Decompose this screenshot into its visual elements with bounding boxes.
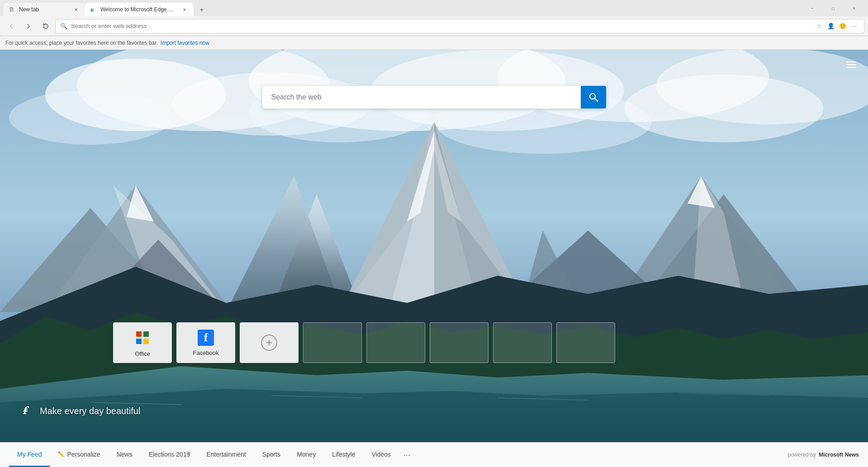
shortcut-office[interactable]: Office — [113, 322, 172, 363]
search-box — [262, 86, 606, 108]
tab-favicon: 🗋 — [9, 6, 15, 13]
menu-line-3 — [846, 67, 856, 68]
shortcut-office-label: Office — [135, 350, 150, 357]
powered-by-brand: Microsoft News — [819, 452, 859, 458]
address-bar[interactable]: 🔍 ☆ 👤 🙂 ··· — [55, 19, 864, 33]
favorites-icon[interactable]: ☆ — [814, 21, 824, 31]
tab-close-edge-button[interactable]: ✕ — [181, 6, 188, 13]
shortcut-empty-5[interactable] — [556, 322, 615, 363]
bottom-news-bar: My Feed ✏️ Personalize News Elections 20… — [0, 442, 868, 467]
new-tab-page: Office f Facebook + ᵮ Make every day bea… — [0, 50, 868, 467]
search-address-icon: 🔍 — [60, 23, 67, 29]
facebook-icon: f — [198, 330, 214, 346]
videos-label: Videos — [372, 451, 391, 458]
tab-favicon-edge: e — [90, 6, 97, 13]
svg-point-8 — [9, 90, 172, 145]
money-label: Money — [297, 451, 316, 458]
elections-label: Elections 2019 — [149, 451, 190, 458]
close-button[interactable]: × — [844, 0, 864, 16]
favorites-bar: For quick access, place your favorites h… — [0, 36, 868, 50]
svg-line-41 — [595, 99, 598, 101]
import-favorites-link[interactable]: Import favorites now — [161, 40, 209, 46]
personalize-label: Personalize — [67, 451, 100, 458]
shortcut-empty-1[interactable] — [303, 322, 362, 363]
more-nav-button[interactable]: ··· — [399, 450, 415, 460]
minimize-button[interactable]: − — [802, 0, 823, 16]
shortcut-empty-3[interactable] — [430, 322, 489, 363]
shortcut-facebook-label: Facebook — [193, 349, 218, 356]
powered-by-text: powered by — [788, 452, 816, 458]
search-container — [262, 86, 606, 108]
news-label: News — [117, 451, 133, 458]
nav-my-feed[interactable]: My Feed — [9, 443, 50, 467]
refresh-button[interactable] — [38, 19, 53, 34]
search-input[interactable] — [262, 87, 581, 108]
nav-elections-2019[interactable]: Elections 2019 — [141, 443, 199, 467]
lifestyle-label: Lifestyle — [332, 451, 355, 458]
svg-point-11 — [624, 75, 823, 142]
maximize-button[interactable]: □ — [823, 0, 844, 16]
sports-label: Sports — [262, 451, 280, 458]
shortcut-empty-4[interactable] — [493, 322, 552, 363]
shortcut-empty-2[interactable] — [366, 322, 425, 363]
powered-by: powered by Microsoft News — [788, 452, 859, 458]
nav-money[interactable]: Money — [289, 443, 324, 467]
bottom-branding: ᵮ Make every day beautiful — [23, 405, 140, 417]
browser-window: 🗋 New tab ✕ e Welcome to Microsoft Edge … — [0, 0, 868, 467]
shortcuts-area: Office f Facebook + — [113, 322, 615, 363]
personalize-icon: ✏️ — [58, 451, 65, 458]
svg-rect-45 — [143, 339, 149, 344]
more-settings-icon[interactable]: ··· — [849, 21, 859, 31]
bing-logo: ᵮ — [23, 405, 35, 417]
address-input[interactable] — [71, 23, 811, 29]
emoji-icon[interactable]: 🙂 — [838, 21, 848, 31]
nav-news[interactable]: News — [109, 443, 141, 467]
menu-line-1 — [846, 61, 856, 62]
add-shortcut-icon: + — [261, 335, 277, 351]
nav-personalize[interactable]: ✏️ Personalize — [50, 443, 108, 467]
nav-lifestyle[interactable]: Lifestyle — [324, 443, 363, 467]
svg-rect-44 — [136, 339, 142, 344]
window-controls: − □ × — [802, 0, 864, 16]
page-menu-button[interactable] — [844, 59, 859, 71]
nav-videos[interactable]: Videos — [364, 443, 399, 467]
menu-line-2 — [846, 64, 856, 65]
office-icon — [133, 329, 152, 347]
svg-rect-43 — [143, 331, 149, 337]
shortcut-add[interactable]: + — [240, 322, 299, 363]
back-button[interactable] — [4, 19, 19, 34]
tab-close-button[interactable]: ✕ — [72, 6, 80, 13]
nav-bar: 🔍 ☆ 👤 🙂 ··· — [0, 16, 868, 36]
nav-sports[interactable]: Sports — [254, 443, 289, 467]
my-feed-label: My Feed — [17, 451, 42, 458]
tab-strip: 🗋 New tab ✕ e Welcome to Microsoft Edge … — [4, 0, 802, 16]
branding-text: Make every day beautiful — [40, 406, 140, 416]
profile-icon[interactable]: 👤 — [826, 21, 836, 31]
forward-button[interactable] — [21, 19, 36, 34]
address-bar-icons: ☆ 👤 🙂 ··· — [814, 21, 859, 31]
tab-new-tab[interactable]: 🗋 New tab ✕ — [4, 3, 85, 16]
search-icon — [589, 93, 598, 102]
svg-rect-46 — [136, 331, 142, 337]
nav-entertainment[interactable]: Entertainment — [198, 443, 254, 467]
title-bar: 🗋 New tab ✕ e Welcome to Microsoft Edge … — [0, 0, 868, 16]
favorites-bar-message: For quick access, place your favorites h… — [5, 40, 158, 46]
tab-label-edge: Welcome to Microsoft Edge Dev — [100, 6, 177, 13]
search-button[interactable] — [581, 86, 606, 108]
new-tab-button[interactable]: + — [195, 4, 208, 16]
tab-label: New tab — [19, 6, 69, 13]
shortcut-facebook[interactable]: f Facebook — [176, 322, 235, 363]
tab-edge-welcome[interactable]: e Welcome to Microsoft Edge Dev ✕ — [85, 3, 194, 16]
entertainment-label: Entertainment — [206, 451, 246, 458]
